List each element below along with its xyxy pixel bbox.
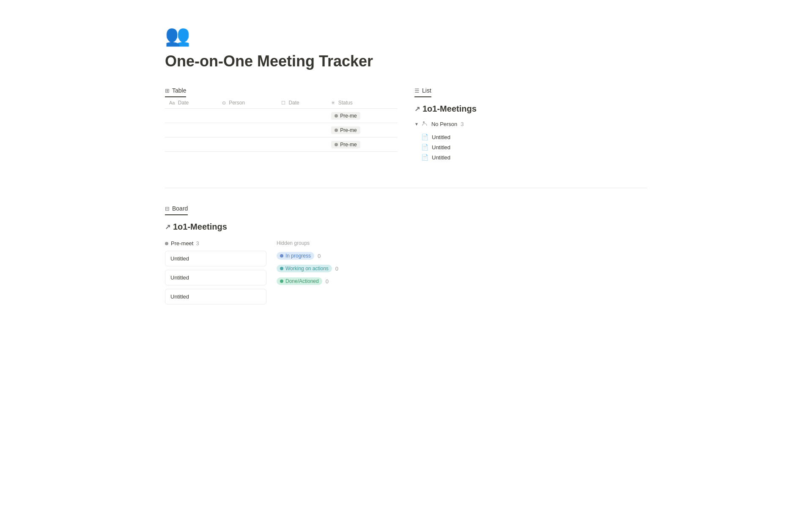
status-text-3: Pre-me: [340, 142, 357, 148]
list-tab[interactable]: ☰ List: [414, 87, 431, 97]
board-columns-container: Pre-meet 3 Untitled Untitled Untitled Hi…: [165, 240, 647, 308]
cell-name-2: [165, 123, 218, 137]
col-icon-aa: Aa: [169, 100, 175, 105]
cell-status-2: Pre-me: [327, 123, 398, 137]
col-header-person: ⊙ Person: [218, 97, 277, 109]
list-db-title: ↗ 1o1-Meetings: [414, 104, 647, 114]
cell-person-1: [218, 109, 277, 123]
cell-person-3: [218, 137, 277, 152]
cell-date-1: [277, 109, 327, 123]
col-icon-date: ☐: [281, 100, 285, 105]
group-label: No Person: [431, 121, 457, 127]
list-item-label-2: Untitled: [432, 144, 450, 151]
board-section: ⊟ Board ↗ 1o1-Meetings Pre-meet 3 Untitl…: [165, 205, 647, 308]
dot-doneactioned: [280, 280, 283, 283]
board-card-label-2: Untitled: [170, 274, 189, 281]
table-tab[interactable]: ⊞ Table: [165, 87, 186, 97]
board-card-1[interactable]: Untitled: [165, 251, 266, 266]
status-dot-3: [335, 143, 338, 146]
hidden-group-workingactions[interactable]: Working on actions 0: [277, 263, 647, 274]
status-dot-1: [335, 114, 338, 118]
page-title: One-on-One Meeting Tracker: [165, 52, 647, 70]
svg-rect-0: [423, 121, 425, 123]
col-label-status: Status: [338, 100, 353, 106]
col-header-date: ☐ Date: [277, 97, 327, 109]
status-badge-1: Pre-me: [331, 112, 360, 120]
board-card-3[interactable]: Untitled: [165, 289, 266, 304]
list-tab-label: List: [422, 87, 431, 94]
cell-status-3: Pre-me: [327, 137, 398, 152]
section-divider: [165, 188, 647, 188]
status-text-1: Pre-me: [340, 113, 357, 119]
count-workingactions: 0: [335, 266, 338, 272]
hidden-groups-label: Hidden groups: [277, 240, 647, 246]
label-workingactions: Working on actions: [285, 266, 329, 271]
col-header-status: ✳ Status: [327, 97, 398, 109]
premeet-label: Pre-meet: [171, 240, 193, 247]
dot-inprogress: [280, 254, 283, 258]
cell-date-2: [277, 123, 327, 137]
list-item-label-3: Untitled: [432, 154, 450, 161]
page-icon: 👥: [165, 25, 647, 46]
list-panel: ☰ List ↗ 1o1-Meetings ▼ No Person 3: [414, 87, 647, 162]
group-count: 3: [461, 121, 464, 127]
cell-date-3: [277, 137, 327, 152]
column-header-premeet: Pre-meet 3: [165, 240, 266, 247]
label-doneactioned: Done/Actioned: [285, 278, 319, 284]
pill-workingactions: Working on actions: [277, 265, 332, 272]
board-column-premeet: Pre-meet 3 Untitled Untitled Untitled: [165, 240, 266, 308]
board-card-label-1: Untitled: [170, 255, 189, 262]
table-tab-icon: ⊞: [165, 88, 170, 94]
pill-doneactioned: Done/Actioned: [277, 277, 322, 285]
pill-inprogress: In progress: [277, 252, 314, 260]
premeet-dot: [165, 242, 168, 245]
list-db-name: 1o1-Meetings: [422, 104, 477, 114]
table-header-row: Aa Date ⊙ Person ☐ Date ✳: [165, 97, 398, 109]
premeet-count: 3: [196, 240, 199, 247]
board-db-title: ↗ 1o1-Meetings: [165, 222, 647, 232]
cell-name-1: [165, 109, 218, 123]
label-inprogress: In progress: [285, 253, 311, 259]
dot-workingactions: [280, 267, 283, 270]
board-db-name: 1o1-Meetings: [173, 222, 227, 232]
board-tab-icon: ⊟: [165, 206, 170, 212]
board-arrow-icon: ↗: [165, 223, 170, 231]
cell-person-2: [218, 123, 277, 137]
list-item-3[interactable]: 📄 Untitled: [414, 152, 647, 162]
database-table: Aa Date ⊙ Person ☐ Date ✳: [165, 97, 398, 152]
list-item-1[interactable]: 📄 Untitled: [414, 132, 647, 142]
board-card-2[interactable]: Untitled: [165, 270, 266, 285]
list-item-label-1: Untitled: [432, 134, 450, 140]
col-icon-status: ✳: [331, 100, 335, 105]
table-row[interactable]: Pre-me: [165, 109, 398, 123]
person-icon: [422, 121, 428, 128]
status-text-2: Pre-me: [340, 127, 357, 133]
board-tab[interactable]: ⊟ Board: [165, 205, 188, 215]
linked-db-arrow-icon: ↗: [414, 105, 420, 113]
status-badge-2: Pre-me: [331, 126, 360, 134]
col-header-name: Aa Date: [165, 97, 218, 109]
col-label-date2: Date: [288, 100, 299, 106]
table-tab-label: Table: [172, 87, 186, 94]
count-doneactioned: 0: [326, 278, 329, 285]
doc-icon-3: 📄: [421, 154, 428, 161]
col-label-date1: Date: [178, 100, 189, 106]
list-item-2[interactable]: 📄 Untitled: [414, 142, 647, 152]
group-collapse-icon: ▼: [414, 122, 419, 126]
table-row[interactable]: Pre-me: [165, 137, 398, 152]
status-dot-2: [335, 129, 338, 132]
board-card-label-3: Untitled: [170, 293, 189, 300]
board-tab-label: Board: [172, 205, 188, 212]
col-icon-person: ⊙: [222, 100, 226, 105]
list-group-header[interactable]: ▼ No Person 3: [414, 119, 647, 129]
table-row[interactable]: Pre-me: [165, 123, 398, 137]
count-inprogress: 0: [318, 253, 321, 259]
hidden-group-doneactioned[interactable]: Done/Actioned 0: [277, 276, 647, 287]
col-label-person: Person: [229, 100, 245, 106]
hidden-groups-section: Hidden groups In progress 0 Working on a…: [277, 240, 647, 288]
cell-status-1: Pre-me: [327, 109, 398, 123]
doc-icon-2: 📄: [421, 144, 428, 151]
status-badge-3: Pre-me: [331, 141, 360, 148]
hidden-group-inprogress[interactable]: In progress 0: [277, 250, 647, 261]
doc-icon-1: 📄: [421, 134, 428, 140]
